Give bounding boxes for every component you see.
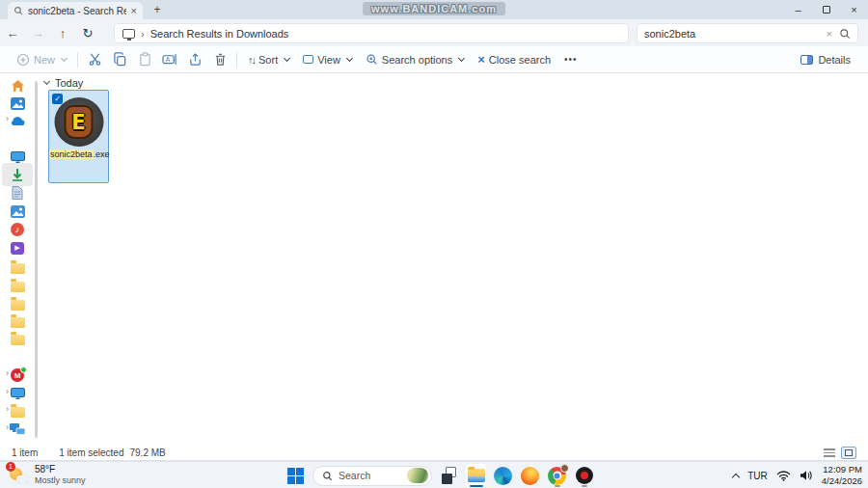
libraries-icon (11, 407, 25, 418)
sidebar-item-gallery[interactable] (0, 95, 35, 112)
chevron-right-icon[interactable]: › (6, 368, 9, 378)
bandicam-record-icon (576, 467, 593, 484)
edge-icon (494, 467, 512, 485)
cut-button[interactable] (82, 49, 107, 70)
refresh-button[interactable]: ↻ (75, 26, 100, 41)
weather-condition: Mostly sunny (35, 475, 86, 486)
taskbar-chrome[interactable] (547, 464, 567, 487)
rename-icon: A (162, 52, 177, 67)
desktop-icon (11, 151, 25, 164)
minimize-button[interactable]: – (784, 0, 812, 19)
search-input[interactable] (644, 28, 827, 40)
clock-date: 4/24/2026 (822, 475, 862, 487)
sidebar-item-libraries[interactable]: › (0, 402, 35, 420)
navigation-pane: › (0, 73, 35, 446)
taskbar-firefox[interactable] (520, 464, 540, 487)
view-button[interactable]: View (296, 54, 359, 66)
sidebar-item-pinned-folder-2[interactable] (0, 277, 35, 294)
more-options-button[interactable]: ••• (557, 54, 584, 65)
back-button[interactable]: ← (0, 26, 25, 41)
selection-count: 1 item selected (59, 447, 123, 458)
clear-search-icon[interactable]: × (827, 28, 832, 40)
sidebar-item-pinned-folder-3[interactable] (0, 295, 35, 312)
selected-checkbox[interactable]: ✓ (52, 94, 63, 104)
search-options-button[interactable]: Search options (359, 53, 471, 66)
clock[interactable]: 12:09 PM 4/24/2026 (822, 464, 862, 487)
forward-button[interactable]: → (25, 26, 50, 41)
sidebar-item-pinned-folder-4[interactable] (0, 312, 35, 330)
tab-bar: sonic2beta - Search Results in × + www.B… (0, 0, 868, 19)
taskbar-file-explorer[interactable] (466, 464, 486, 487)
search-box[interactable]: × (637, 23, 858, 43)
details-view-button[interactable] (824, 448, 835, 456)
taskbar-bandicam[interactable] (574, 464, 594, 487)
sidebar-item-onedrive[interactable]: › (0, 112, 35, 129)
rename-button[interactable]: A (157, 49, 182, 70)
close-search-icon: × (477, 52, 485, 67)
chevron-right-icon[interactable]: › (6, 114, 9, 123)
address-bar[interactable]: › Search Results in Downloads (114, 23, 629, 43)
search-icon[interactable] (839, 28, 851, 40)
chevron-right-icon[interactable]: › (6, 404, 9, 414)
sidebar-item-pinned-folder-1[interactable] (0, 258, 35, 276)
delete-button[interactable] (207, 49, 232, 70)
details-button[interactable]: Details (800, 54, 858, 66)
sidebar-item-documents[interactable] (0, 184, 35, 202)
cloud-icon (16, 475, 29, 483)
sidebar-item-pinned-folder-5[interactable] (0, 330, 35, 347)
exe-file-icon: E (54, 97, 103, 147)
home-icon (11, 79, 25, 93)
onedrive-cloud-icon (10, 116, 25, 126)
wifi-icon[interactable] (776, 470, 791, 481)
sidebar-item-videos[interactable]: ▶ (0, 239, 35, 257)
chevron-right-icon[interactable]: › (6, 387, 9, 396)
explorer-tab[interactable]: sonic2beta - Search Results in × (8, 2, 143, 19)
start-button[interactable] (285, 464, 306, 487)
sidebar-item-home[interactable] (0, 77, 35, 95)
thumbnail-view-button[interactable] (841, 447, 856, 459)
sidebar-item-desktop[interactable] (0, 149, 35, 166)
up-button[interactable]: ↑ (50, 26, 75, 41)
weather-widget[interactable]: 1 58°F Mostly sunny (8, 464, 86, 486)
copy-button[interactable] (107, 49, 132, 70)
task-view-button[interactable] (439, 464, 459, 487)
sidebar-item-downloads[interactable] (0, 166, 35, 183)
desktop: sonic2beta - Search Results in × + www.B… (0, 0, 868, 488)
sidebar-item-network[interactable]: › (0, 420, 35, 438)
sidebar-item-this-pc[interactable]: › (0, 385, 35, 402)
sort-button[interactable]: ↑↓ Sort (241, 54, 296, 66)
chevron-right-icon[interactable]: › (6, 422, 9, 432)
breadcrumb[interactable]: Search Results in Downloads (150, 28, 289, 40)
sidebar-item-mega[interactable]: › M (0, 366, 35, 384)
taskbar-search[interactable]: Search (312, 466, 432, 486)
sidebar-item-pictures[interactable] (0, 203, 35, 220)
group-header-today[interactable]: Today (44, 77, 83, 89)
close-button[interactable]: × (840, 0, 868, 19)
close-search-button[interactable]: × Close search (471, 52, 557, 67)
command-toolbar: New (0, 46, 868, 73)
system-tray: TUR 12:09 PM 4/24/2026 (733, 462, 862, 488)
chevron-down-icon (284, 54, 290, 61)
maximize-button[interactable] (812, 0, 840, 19)
folder-icon (11, 263, 25, 274)
hidden-icons-chevron-icon[interactable] (732, 473, 740, 480)
taskbar: 1 58°F Mostly sunny Search (0, 461, 868, 488)
file-item-sonic2beta[interactable]: ✓ E sonic2beta.exe (48, 90, 109, 183)
tab-close-icon[interactable]: × (131, 6, 137, 16)
this-pc-icon (11, 388, 25, 400)
search-highlight-image[interactable] (407, 468, 428, 483)
paste-button[interactable] (132, 49, 157, 70)
taskbar-center: Search (285, 462, 594, 488)
new-button[interactable]: New (10, 53, 73, 67)
thumbnail-icon (845, 449, 853, 456)
share-button[interactable] (182, 49, 207, 70)
volume-icon[interactable] (800, 470, 813, 481)
sidebar-scrollbar[interactable] (35, 81, 38, 438)
taskbar-edge[interactable] (493, 464, 513, 487)
gallery-icon (11, 97, 25, 110)
sidebar-item-music[interactable]: ♪ (0, 221, 35, 238)
open-app-indicator (582, 485, 587, 487)
weather-text: 58°F Mostly sunny (35, 464, 86, 486)
new-tab-button[interactable]: + (149, 0, 166, 19)
language-indicator[interactable]: TUR (747, 471, 768, 481)
